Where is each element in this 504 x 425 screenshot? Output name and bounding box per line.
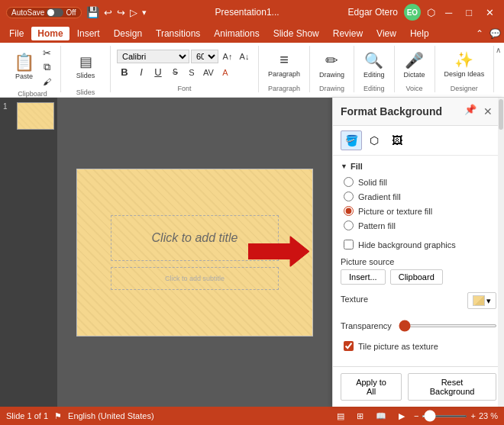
language-label[interactable]: English (United States)	[68, 411, 154, 420]
increase-font-button[interactable]: A↑	[220, 50, 235, 63]
gradient-fill-radio[interactable]	[344, 192, 354, 201]
reading-view-btn[interactable]: 📖	[373, 411, 389, 422]
comments-icon[interactable]: 💬	[489, 28, 501, 39]
design-ideas-icon: ✨	[454, 50, 473, 69]
new-slide-button[interactable]: ▤ Slides	[67, 46, 104, 87]
menu-file[interactable]: File	[3, 27, 30, 40]
panel-footer: Apply to All Reset Background	[333, 366, 504, 407]
gradient-fill-label: Gradient fill	[358, 192, 401, 201]
tile-option[interactable]: Tile picture as texture	[344, 341, 496, 351]
menu-transitions[interactable]: Transitions	[150, 27, 206, 40]
font-color-button[interactable]: A	[218, 66, 233, 79]
ribbon: 📋 Paste ✂ ⧉ 🖌 Clipboard ▤ Slides Slides	[0, 43, 504, 98]
autosave-toggle[interactable]	[47, 8, 63, 17]
tile-checkbox[interactable]	[344, 341, 354, 351]
pattern-fill-option[interactable]: Pattern fill	[344, 221, 496, 230]
cut-button[interactable]: ✂	[39, 46, 54, 60]
transparency-label: Transparency	[341, 321, 394, 330]
format-background-panel: Format Background 📌 ✕ 🪣 ⬡ 🖼 ▼ Fill Solid…	[332, 98, 504, 407]
panel-scrollbar[interactable]	[498, 98, 504, 407]
menu-review[interactable]: Review	[327, 27, 369, 40]
ribbon-display-icon[interactable]: ⌃	[476, 28, 483, 39]
drawing-button[interactable]: ✏ Drawing	[316, 46, 347, 83]
maximize-btn[interactable]: □	[462, 5, 476, 20]
transparency-slider[interactable]	[399, 324, 497, 327]
zoom-value[interactable]: 23 %	[479, 411, 498, 420]
clipboard-button[interactable]: Clipboard	[390, 269, 443, 285]
menu-home[interactable]: Home	[31, 27, 69, 40]
zoom-in-icon[interactable]: +	[470, 411, 475, 420]
title-bar: AutoSave Off 💾 ↩ ↪ ▷ ▾ Presentation1... …	[0, 0, 504, 24]
picture-fill-radio[interactable]	[344, 206, 354, 216]
autosave-label: AutoSave	[11, 8, 44, 17]
zoom-slider[interactable]	[422, 415, 467, 417]
gradient-fill-option[interactable]: Gradient fill	[344, 192, 496, 201]
menu-help[interactable]: Help	[404, 27, 435, 40]
editing-button[interactable]: 🔍 Editing	[360, 46, 388, 83]
format-painter-button[interactable]: 🖌	[39, 75, 54, 89]
panel-header: Format Background 📌 ✕	[333, 98, 504, 126]
slide-subtitle-placeholder[interactable]: Click to add subtitle	[111, 267, 279, 290]
autosave-badge[interactable]: AutoSave Off	[6, 7, 82, 18]
dictate-button[interactable]: 🎤 Dictate	[401, 46, 428, 83]
slide-error-icon[interactable]: ⚑	[54, 411, 62, 421]
menu-design[interactable]: Design	[108, 27, 148, 40]
copy-button[interactable]: ⧉	[39, 60, 54, 74]
avatar[interactable]: EO	[404, 4, 421, 21]
ribbon-collapse-button[interactable]: ∧	[496, 46, 501, 54]
effects-icon-btn[interactable]: ⬡	[363, 130, 385, 150]
font-family-select[interactable]: Calibri	[117, 50, 189, 63]
share-icon[interactable]: ⬡	[427, 7, 435, 18]
title-bar-left: AutoSave Off 💾 ↩ ↪ ▷ ▾	[6, 6, 147, 18]
insert-button[interactable]: Insert...	[341, 269, 386, 285]
present-icon[interactable]: ▷	[130, 7, 137, 18]
solid-fill-option[interactable]: Solid fill	[344, 177, 496, 187]
slide-sorter-btn[interactable]: ⊞	[354, 411, 367, 422]
bold-button[interactable]: B	[117, 66, 132, 79]
redo-icon[interactable]: ↪	[117, 7, 125, 18]
paragraph-button[interactable]: ≡ Paragraph	[265, 46, 303, 83]
panel-pin-icon[interactable]: 📌	[464, 104, 477, 119]
strikethrough-button[interactable]: S̶	[167, 66, 183, 79]
hide-graphics-option[interactable]: Hide background graphics	[344, 240, 496, 250]
solid-fill-radio[interactable]	[344, 177, 354, 187]
underline-button[interactable]: U	[150, 66, 166, 79]
fill-icon-btn[interactable]: 🪣	[341, 130, 362, 150]
panel-close-button[interactable]: ✕	[480, 104, 496, 119]
fill-triangle-icon[interactable]: ▼	[341, 163, 347, 170]
save-icon[interactable]: 💾	[86, 6, 99, 18]
italic-button[interactable]: I	[134, 66, 149, 79]
texture-picker-button[interactable]: ▾	[467, 292, 496, 309]
undo-icon[interactable]: ↩	[104, 7, 112, 18]
texture-dropdown-icon[interactable]: ▾	[486, 296, 491, 306]
slide-thumbnail[interactable]	[17, 102, 54, 130]
text-shadow-button[interactable]: S	[184, 66, 199, 79]
normal-view-btn[interactable]: ▤	[334, 411, 347, 422]
decrease-font-button[interactable]: A↓	[237, 50, 252, 63]
hide-graphics-label: Hide background graphics	[358, 240, 456, 250]
menu-insert[interactable]: Insert	[71, 27, 106, 40]
menu-view[interactable]: View	[370, 27, 402, 40]
picture-icon-btn[interactable]: 🖼	[386, 130, 408, 150]
paste-icon: 📋	[14, 54, 34, 71]
zoom-out-icon[interactable]: −	[414, 411, 418, 420]
hide-graphics-checkbox[interactable]	[344, 240, 354, 250]
menu-animations[interactable]: Animations	[208, 27, 265, 40]
char-spacing-button[interactable]: AV	[201, 66, 216, 79]
font-size-select[interactable]: 60	[191, 50, 218, 63]
slide-show-btn[interactable]: ▶	[396, 411, 408, 422]
minimize-btn[interactable]: ─	[441, 5, 456, 20]
more-icon[interactable]: ▾	[142, 8, 147, 18]
voice-group: 🎤 Dictate Voice	[395, 46, 435, 92]
texture-label: Texture	[341, 295, 368, 304]
tile-label: Tile picture as texture	[358, 342, 438, 351]
reset-background-button[interactable]: Reset Background	[408, 373, 496, 401]
menu-slideshow[interactable]: Slide Show	[267, 27, 325, 40]
design-ideas-button[interactable]: ✨ Design Ideas	[441, 46, 488, 83]
pattern-fill-radio[interactable]	[344, 221, 354, 230]
close-btn[interactable]: ✕	[482, 5, 498, 20]
paste-button[interactable]: 📋 Paste	[11, 47, 37, 88]
texture-preview	[473, 295, 485, 306]
picture-fill-option[interactable]: Picture or texture fill	[344, 206, 496, 216]
apply-to-all-button[interactable]: Apply to All	[341, 373, 402, 401]
